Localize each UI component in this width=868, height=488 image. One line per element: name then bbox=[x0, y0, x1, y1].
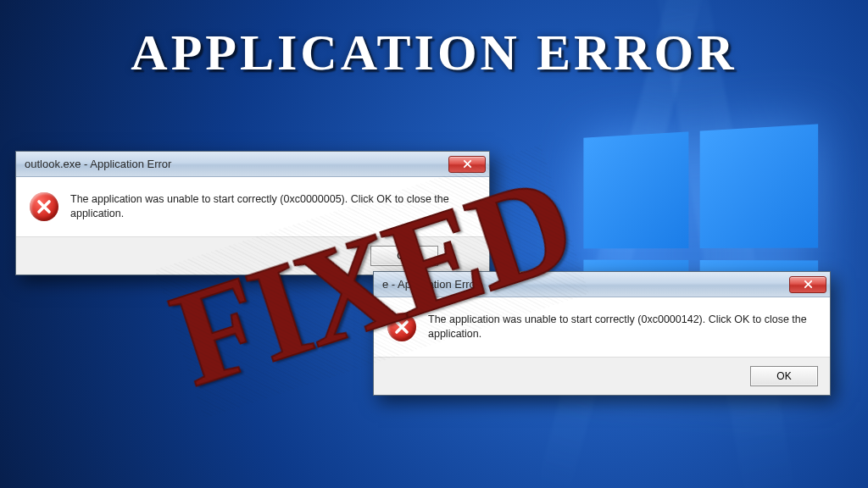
error-icon bbox=[387, 313, 416, 341]
error-dialog-2: e - Application Error The application wa… bbox=[373, 271, 831, 396]
dialog-footer: OK bbox=[16, 237, 489, 274]
dialog-titlebar[interactable]: outlook.exe - Application Error bbox=[16, 152, 489, 177]
dialog-message: The application was unable to start corr… bbox=[70, 192, 476, 221]
dialog-footer: OK bbox=[374, 358, 830, 395]
close-icon bbox=[463, 159, 472, 169]
ok-button[interactable]: OK bbox=[370, 246, 438, 266]
ok-button[interactable]: OK bbox=[750, 366, 818, 386]
error-dialog-1: outlook.exe - Application Error The appl… bbox=[15, 151, 490, 275]
dialog-body: The application was unable to start corr… bbox=[374, 297, 830, 358]
dialog-titlebar[interactable]: e - Application Error bbox=[374, 272, 830, 297]
dialog-body: The application was unable to start corr… bbox=[16, 177, 489, 237]
dialog-title: e - Application Error bbox=[382, 278, 789, 291]
dialog-message: The application was unable to start corr… bbox=[428, 313, 816, 341]
headline-text: APPLICATION ERROR bbox=[0, 24, 868, 82]
close-button[interactable] bbox=[789, 276, 826, 293]
close-icon bbox=[804, 280, 813, 289]
error-icon bbox=[30, 192, 58, 221]
close-button[interactable] bbox=[448, 156, 486, 173]
dialog-title: outlook.exe - Application Error bbox=[25, 158, 448, 170]
